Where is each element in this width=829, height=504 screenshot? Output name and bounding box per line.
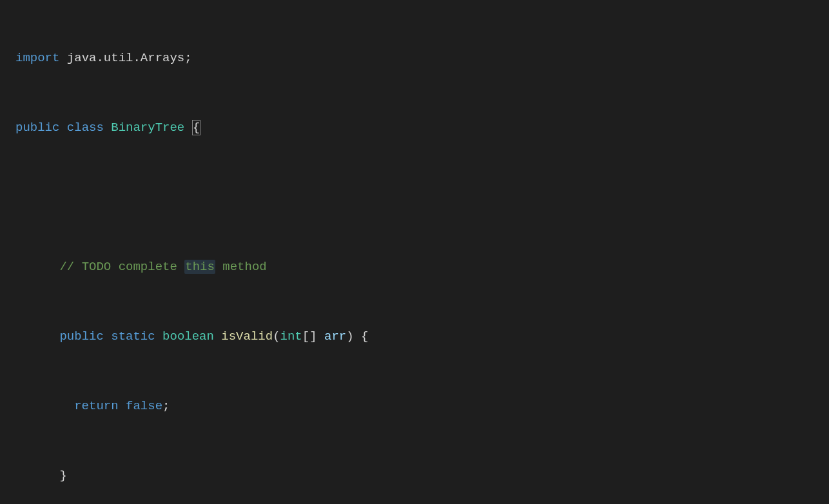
class-name: BinaryTree — [111, 121, 184, 135]
keyword-public: public — [15, 121, 59, 135]
keyword-class: class — [67, 121, 104, 135]
type-boolean: boolean — [162, 329, 214, 344]
keyword-return: return — [74, 399, 118, 413]
literal-false: false — [126, 399, 162, 413]
todo-comment: // TODO complete this method — [59, 260, 266, 274]
open-brace-cursor: { — [192, 120, 200, 135]
package-path: java.util.Arrays — [67, 51, 184, 65]
keyword-import: import — [15, 51, 59, 65]
code-editor[interactable]: import java.util.Arrays; public class Bi… — [0, 0, 829, 504]
method-isvalid: isValid — [221, 329, 273, 344]
